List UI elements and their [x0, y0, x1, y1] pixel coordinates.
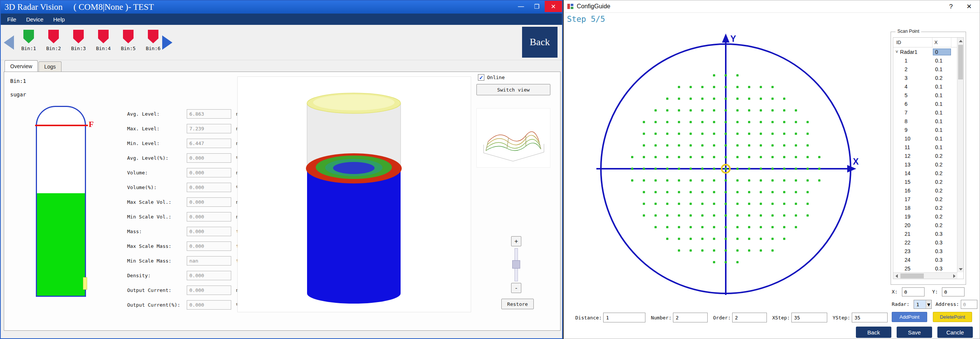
column-header-id[interactable]: ID	[893, 38, 932, 47]
bin-button[interactable]: Bin:2	[44, 29, 64, 51]
tab-overview[interactable]: Overview	[5, 60, 38, 71]
scan-row[interactable]: 10.1	[893, 56, 958, 65]
tab-strip: OverviewLogs	[5, 62, 62, 71]
scan-row[interactable]: 40.1	[893, 82, 958, 91]
scan-row-parent[interactable]: ˅Radar10	[893, 48, 958, 56]
bin-button[interactable]: Bin:4	[94, 29, 113, 51]
scrollbar-thumb[interactable]	[958, 45, 963, 79]
menu-item-device[interactable]: Device	[21, 14, 48, 25]
column-header-x[interactable]: X	[932, 38, 951, 47]
text-input[interactable]	[852, 313, 888, 322]
bin-name-label: Bin:1	[10, 78, 26, 84]
scan-row[interactable]: 30.2	[893, 73, 958, 82]
bin-button[interactable]: Bin:5	[118, 29, 138, 51]
scan-row[interactable]: 200.2	[893, 221, 958, 230]
dialog-close-button[interactable]: ✕	[961, 0, 977, 13]
scan-plot-canvas[interactable]: Y X	[564, 23, 896, 324]
scan-dot	[725, 179, 727, 182]
scrollbar-thumb[interactable]	[900, 274, 924, 278]
minimize-button[interactable]: —	[513, 1, 529, 12]
restore-button[interactable]: Restore	[501, 299, 534, 309]
back-button[interactable]: Back	[522, 27, 557, 58]
text-input[interactable]	[673, 313, 708, 322]
scan-row[interactable]: 50.1	[893, 91, 958, 100]
scan-row[interactable]: 110.1	[893, 143, 958, 151]
scan-row[interactable]: 60.1	[893, 100, 958, 108]
scan-dot	[760, 168, 762, 170]
help-button[interactable]: ?	[943, 0, 959, 13]
scan-cell-id: ˅Radar1	[893, 49, 933, 55]
scan-row[interactable]: 180.2	[893, 203, 958, 212]
scan-row[interactable]: 70.1	[893, 108, 958, 117]
scan-row[interactable]: 140.2	[893, 169, 958, 177]
scan-dot	[725, 121, 727, 123]
radar-select[interactable]: 1 ▾	[913, 300, 932, 309]
scan-dot	[690, 238, 692, 240]
tab-logs[interactable]: Logs	[38, 62, 61, 71]
table-header: ID X	[893, 38, 963, 48]
field-label: Number:	[651, 315, 671, 320]
horizontal-scrollbar[interactable]	[893, 272, 958, 279]
bin-button[interactable]: Bin:3	[68, 29, 88, 51]
scan-row[interactable]: 20.1	[893, 65, 958, 73]
scan-row[interactable]: 80.1	[893, 117, 958, 125]
scan-row[interactable]: 190.2	[893, 212, 958, 221]
zoom-out-button[interactable]: -	[511, 283, 521, 293]
bin-button[interactable]: Bin:6	[143, 29, 163, 51]
zoom-slider-thumb[interactable]	[512, 260, 520, 269]
cancle-button[interactable]: Cancle	[937, 326, 973, 338]
scan-dot	[736, 226, 738, 228]
field-label: Max Scale Mass:	[127, 243, 187, 249]
field-input	[187, 139, 231, 148]
scan-row[interactable]: 90.1	[893, 125, 958, 134]
scroll-left-icon[interactable]	[893, 273, 900, 279]
scan-dot	[678, 249, 680, 252]
text-input[interactable]	[732, 313, 767, 322]
close-button[interactable]: ✕	[545, 1, 562, 12]
x-field-input[interactable]	[902, 287, 924, 296]
field-row: Avg. Level(%):%	[127, 150, 245, 165]
scan-row[interactable]: 150.2	[893, 177, 958, 186]
scan-row[interactable]: 220.3	[893, 238, 958, 247]
scan-dot	[748, 156, 750, 158]
scroll-down-icon[interactable]	[958, 266, 964, 272]
y-field-input[interactable]	[942, 287, 964, 296]
text-input[interactable]	[791, 313, 827, 322]
scroll-up-icon[interactable]	[958, 38, 964, 44]
chevron-down-icon[interactable]: ˅	[896, 49, 898, 55]
online-checkbox[interactable]: ✓ Online	[478, 74, 505, 81]
scan-dot	[678, 191, 680, 193]
scan-row[interactable]: 240.3	[893, 255, 958, 264]
scan-row[interactable]: 100.1	[893, 134, 958, 143]
scan-dot	[795, 168, 797, 170]
zoom-in-button[interactable]: +	[511, 236, 521, 246]
add-point-button[interactable]: AddPoint	[892, 312, 927, 322]
scan-row[interactable]: 210.3	[893, 230, 958, 238]
scroll-bins-left-icon[interactable]	[4, 35, 14, 50]
menu-item-file[interactable]: File	[2, 14, 21, 25]
scan-row[interactable]: 120.2	[893, 151, 958, 160]
back-button[interactable]: Back	[856, 326, 891, 338]
scan-dot	[678, 214, 680, 217]
scan-cell-x: 0.3	[933, 239, 955, 246]
switch-view-button[interactable]: Switch view	[476, 84, 550, 95]
delete-point-button[interactable]: DeletePoint	[933, 312, 972, 322]
scan-row[interactable]: 250.3	[893, 264, 958, 272]
scan-row[interactable]: 160.2	[893, 186, 958, 195]
app-icon	[567, 3, 574, 10]
bin-button[interactable]: Bin:1	[19, 29, 38, 51]
scan-row[interactable]: 130.2	[893, 160, 958, 169]
scroll-right-icon[interactable]	[951, 273, 958, 279]
menu-item-help[interactable]: Help	[48, 14, 70, 25]
scan-dot	[795, 226, 797, 228]
scroll-bins-right-icon[interactable]	[162, 35, 172, 50]
scan-cell-id: 2	[893, 66, 933, 72]
scan-dot	[631, 168, 633, 170]
text-input[interactable]	[603, 313, 646, 322]
scan-row[interactable]: 230.3	[893, 247, 958, 255]
save-button[interactable]: Save	[897, 326, 932, 338]
vertical-scrollbar[interactable]	[957, 38, 963, 272]
scan-row[interactable]: 170.2	[893, 195, 958, 203]
field-row: Volume:m^3	[127, 165, 245, 180]
maximize-button[interactable]: ❐	[529, 1, 545, 12]
